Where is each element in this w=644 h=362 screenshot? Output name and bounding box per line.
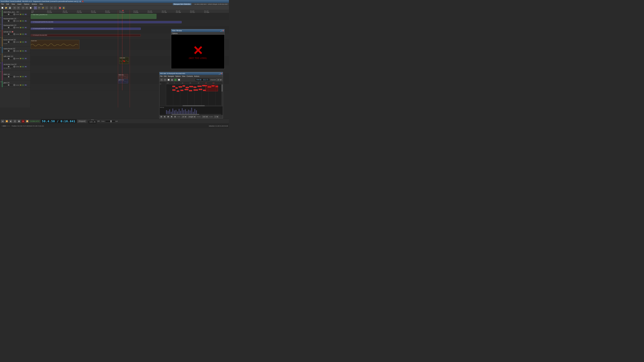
menu-actions[interactable]: Actions <box>31 3 38 5</box>
track-io-button[interactable]: I/O <box>14 24 17 26</box>
track-pan-knob[interactable] <box>13 50 16 52</box>
midi-to-start-button[interactable]: ⏮ <box>160 115 162 118</box>
track-io-button[interactable]: I/O <box>11 55 13 57</box>
track-mute-button[interactable]: M <box>20 66 22 67</box>
midi-stop-button[interactable]: ⏹ <box>167 115 170 118</box>
track-fx-button[interactable]: FX <box>24 50 27 52</box>
clip[interactable]: << 02-ReaSamplOmatic5000-Recorded MIDI <box>31 21 182 23</box>
track-volume-slider[interactable] <box>4 14 13 15</box>
track-fx-button[interactable]: FX <box>24 84 27 86</box>
track-solo-button[interactable]: S <box>22 33 24 35</box>
track-mute-button[interactable]: M <box>20 20 22 22</box>
clip[interactable]: buzzer.wav <box>31 40 80 49</box>
track-solo-button[interactable]: S <box>22 50 24 52</box>
track-io-button[interactable]: I/O <box>9 31 12 33</box>
track-volume-slider[interactable] <box>4 34 13 34</box>
track-fx-button[interactable]: FX <box>24 20 27 22</box>
menu-options[interactable]: Options <box>23 3 30 5</box>
track-volume-slider[interactable] <box>4 66 13 67</box>
lock-button[interactable]: 🔒 <box>62 6 66 9</box>
track-pan-knob[interactable] <box>13 26 16 28</box>
straight-select[interactable]: straight <box>188 115 196 118</box>
midi-erase-button[interactable]: ⬜ <box>167 78 170 81</box>
hscrollbar[interactable] <box>1 125 10 127</box>
video-restore-button[interactable]: □ <box>222 30 222 31</box>
midi-select-button[interactable]: ▦ <box>170 78 174 81</box>
velocity-area[interactable]: Velocity <box>160 106 223 115</box>
track-solo-button[interactable]: S <box>22 66 24 67</box>
clip[interactable]: << 03-ReaSamplOmatic5000-Recorded MIDI <box>31 28 141 30</box>
track-io-button[interactable]: I/O <box>13 48 16 49</box>
midi-minimize-button[interactable]: _ <box>219 73 220 74</box>
midi-close-button[interactable]: × <box>221 73 222 74</box>
midi-menu-navigate[interactable]: Navigate <box>168 75 174 77</box>
copy-button[interactable]: ⎘ <box>25 6 28 9</box>
menu-help[interactable]: Help <box>39 3 44 5</box>
pause-button[interactable]: ⏸ <box>13 120 17 123</box>
midi-menu-view[interactable]: View <box>182 75 185 77</box>
close-button[interactable]: × <box>82 0 84 2</box>
clip[interactable]: Glitch wav <box>118 74 128 79</box>
midi-channel-select[interactable]: All <box>216 78 222 81</box>
track-volume-slider[interactable] <box>4 58 13 59</box>
menu-edit[interactable]: Edit <box>6 3 10 5</box>
track-mute-button[interactable]: M <box>20 41 22 43</box>
zoom-in-button[interactable]: + <box>50 6 53 9</box>
track-pan-knob[interactable] <box>13 65 16 68</box>
midi-play-button[interactable]: ▶ <box>174 78 177 81</box>
midi-menu-actions[interactable]: Actions <box>194 75 199 77</box>
prev-button[interactable]: ⏪ <box>5 120 8 123</box>
maximize-button[interactable]: □ <box>79 0 81 2</box>
track-mute-button[interactable]: M <box>20 27 22 28</box>
velocity-scrollbar[interactable] <box>166 114 221 115</box>
track-volume-slider[interactable] <box>4 41 13 42</box>
track-mute-button[interactable]: M <box>20 13 22 15</box>
pencil-tool-button[interactable]: ✏ <box>38 6 41 9</box>
razor-tool-button[interactable]: ⚡ <box>41 6 45 9</box>
track-io-button[interactable]: I/O <box>14 18 17 19</box>
record-armed-button[interactable]: ⬤ <box>58 6 62 9</box>
redo-button[interactable]: ↪ <box>17 6 20 9</box>
midi-menu-options[interactable]: Options <box>175 75 181 77</box>
track-volume-slider[interactable] <box>4 84 13 85</box>
midi-note-area[interactable]: -14 4 18 34 -50 84 102 <box>166 82 221 106</box>
track-volume-slider[interactable] <box>4 76 13 77</box>
notes-value-select[interactable]: Grid <box>202 115 208 118</box>
track-fx-button[interactable]: FX <box>24 13 27 15</box>
undo-button[interactable]: ↩ <box>13 6 16 9</box>
track-io-button[interactable]: I/O <box>7 82 10 84</box>
minimize-button[interactable]: _ <box>76 0 79 2</box>
midi-to-end-button[interactable]: ⏭ <box>174 115 176 118</box>
track-fx-button[interactable]: FX <box>24 58 27 59</box>
scale-value-select[interactable]: C <box>214 115 219 118</box>
track-io-button[interactable]: I/O <box>16 11 19 13</box>
track-mute-button[interactable]: M <box>20 76 22 77</box>
video-close-button[interactable]: × <box>223 30 224 31</box>
track-fx-button[interactable]: FX <box>24 27 27 28</box>
record-button[interactable]: M <box>12 31 13 32</box>
video-minimize-button[interactable]: _ <box>220 30 222 31</box>
track-fx-button[interactable]: FX <box>24 33 27 35</box>
video-options-label[interactable]: Options <box>172 32 178 34</box>
save-button[interactable]: 💾 <box>8 6 12 9</box>
open-file-button[interactable]: 📂 <box>4 6 8 9</box>
track-solo-button[interactable]: S <box>22 76 24 77</box>
midi-cursor-button[interactable]: ↖ <box>160 78 163 81</box>
track-io-button[interactable]: I/O <box>8 73 10 75</box>
menu-insert[interactable]: Insert <box>17 3 22 5</box>
track-volume-slider[interactable] <box>4 27 13 28</box>
stop-button[interactable]: ⏹ <box>17 120 21 123</box>
midi-pencil-button[interactable]: ✏ <box>164 78 167 81</box>
track-fx-button[interactable]: FX <box>24 76 27 77</box>
to-start-button[interactable]: ⏮ <box>1 120 4 123</box>
cursor-tool-button[interactable]: ↖ <box>34 6 37 9</box>
midi-menu-contents[interactable]: Contents <box>187 75 193 77</box>
track-volume-slider[interactable] <box>4 50 13 51</box>
track-solo-button[interactable]: S <box>22 20 24 22</box>
track-solo-button[interactable]: S <box>22 41 24 43</box>
midi-menu-file[interactable]: File <box>160 75 162 77</box>
track-mute-button[interactable]: M <box>20 58 22 59</box>
track-pan-knob[interactable] <box>13 13 16 15</box>
track-pan-knob[interactable] <box>13 33 16 35</box>
zoom-out-button[interactable]: − <box>54 6 57 9</box>
